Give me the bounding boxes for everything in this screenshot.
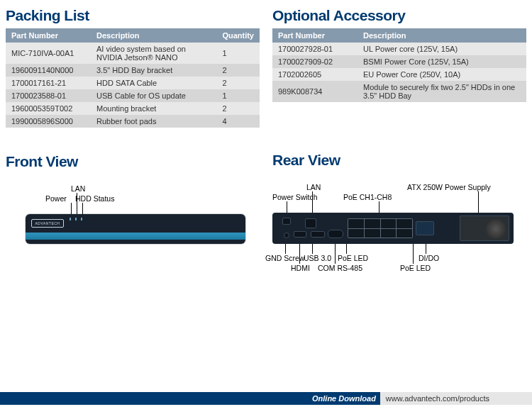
cell-desc: Rubber foot pads <box>91 115 216 128</box>
cell-pn: 1960005359T002 <box>6 102 91 115</box>
footer-bar: Online Download www.advantech.com/produc… <box>0 392 532 405</box>
advantech-logo: ADVANTECH <box>31 219 64 228</box>
power-led-icon <box>70 218 71 220</box>
label-power-switch: Power Switch <box>272 193 318 201</box>
front-device: ADVANTECH <box>26 214 245 244</box>
rear-view-diagram: Power Switch LAN PoE CH1-CH8 ATX 250W Po… <box>272 173 526 294</box>
cell-desc: Module to securely fix two 2.5" HDDs in … <box>358 81 526 102</box>
power-switch-icon <box>282 218 291 225</box>
label-hdd: HDD Status <box>75 194 114 203</box>
poe-ports-icon <box>348 218 413 238</box>
table-row: 1990005896S000Rubber foot pads4 <box>6 115 260 128</box>
label-com: COM RS-485 <box>318 264 362 272</box>
cell-pn: 989K008734 <box>272 81 358 102</box>
footer-label: Online Download <box>312 394 380 403</box>
cell-pn: 1960091140N000 <box>6 64 91 77</box>
cell-pn: 1700027928-01 <box>272 43 358 55</box>
cell-pn: 1702002605 <box>272 68 358 81</box>
table-row: 1960091140N0003.5" HDD Bay bracket2 <box>6 64 260 77</box>
psu-fan-icon <box>486 219 506 239</box>
cell-pn: 1700023588-01 <box>6 89 91 102</box>
label-power: Power <box>45 194 67 203</box>
cell-desc: 3.5" HDD Bay bracket <box>91 64 216 77</box>
cell-pn: 1700017161-21 <box>6 77 91 89</box>
cell-pn: 1990005896S000 <box>6 115 91 128</box>
label-dido: DI/DO <box>419 254 439 262</box>
label-poe-led: PoE LED <box>338 254 368 262</box>
table-row: 1700023588-01USB Cable for OS update1 <box>6 89 260 102</box>
cell-qty: 2 <box>216 102 260 115</box>
com-port-icon <box>328 230 343 238</box>
table-row: MIC-710IVA-00A1AI video system based on … <box>6 43 260 64</box>
label-hdmi: HDMI <box>291 264 310 272</box>
section-title-packing: Packing List <box>6 7 260 24</box>
dido-port-icon <box>416 221 434 235</box>
cell-desc: Mounting bracket <box>91 102 216 115</box>
cell-qty: 1 <box>216 43 260 64</box>
section-title-optional: Optional Accessory <box>272 7 526 24</box>
th-part-number: Part Number <box>272 28 358 43</box>
packing-table: Part Number Description Quantity MIC-710… <box>6 28 260 128</box>
table-row: 1700027909-02BSMI Power Core (125V, 15A) <box>272 55 526 68</box>
hdd-led-icon <box>81 218 82 220</box>
cell-pn: MIC-710IVA-00A1 <box>6 43 91 64</box>
label-poe-ch: PoE CH1-CH8 <box>343 193 392 201</box>
lan-port-icon <box>305 218 316 228</box>
table-row: 1700027928-01UL Power core (125V, 15A) <box>272 43 526 55</box>
cell-qty: 4 <box>216 115 260 128</box>
cell-qty: 1 <box>216 89 260 102</box>
label-lan: LAN <box>71 184 85 193</box>
cell-desc: USB Cable for OS update <box>91 89 216 102</box>
lan-led-icon <box>75 218 77 220</box>
label-psu: ATX 250W Power Supply <box>407 183 491 191</box>
label-gnd: GND Screw <box>265 254 304 262</box>
cell-desc: BSMI Power Core (125V, 15A) <box>358 55 526 68</box>
hdmi-port-icon <box>294 231 306 238</box>
table-row: 1702002605EU Power Core (250V, 10A) <box>272 68 526 81</box>
cell-pn: 1700027909-02 <box>272 55 358 68</box>
cell-qty: 2 <box>216 64 260 77</box>
cell-desc: HDD SATA Cable <box>91 77 216 89</box>
gnd-screw-icon <box>284 233 289 238</box>
table-row: 989K008734Module to securely fix two 2.5… <box>272 81 526 102</box>
cell-qty: 2 <box>216 77 260 89</box>
front-stripe <box>26 233 245 240</box>
cell-desc: UL Power core (125V, 15A) <box>358 43 526 55</box>
optional-table: Part Number Description 1700027928-01UL … <box>272 28 526 102</box>
section-title-front: Front View <box>6 153 260 170</box>
cell-desc: EU Power Core (250V, 10A) <box>358 68 526 81</box>
psu-icon <box>460 216 509 241</box>
table-row: 1700017161-21HDD SATA Cable2 <box>6 77 260 89</box>
th-part-number: Part Number <box>6 28 91 43</box>
footer-url: www.advantech.com/products <box>380 392 532 405</box>
label-usb: USB 3.0 <box>304 254 331 262</box>
rear-device <box>272 213 514 244</box>
th-description: Description <box>91 28 216 43</box>
th-quantity: Quantity <box>216 28 260 43</box>
cell-desc: AI video system based on NVIDIA Jetson® … <box>91 43 216 64</box>
usb-port-icon <box>311 231 325 238</box>
th-description: Description <box>358 28 526 43</box>
front-view-diagram: Power LAN HDD Status ADVANTECH <box>6 174 260 295</box>
label-poe-led2: PoE LED <box>400 264 431 272</box>
section-title-rear: Rear View <box>272 152 526 169</box>
label-lan: LAN <box>306 183 321 191</box>
table-row: 1960005359T002Mounting bracket2 <box>6 102 260 115</box>
